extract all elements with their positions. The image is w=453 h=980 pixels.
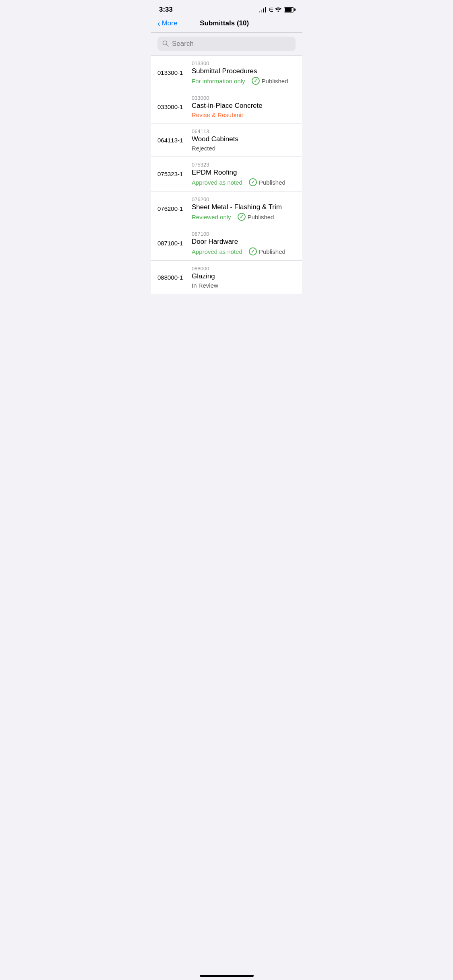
item-content: 088000 Glazing In Review (192, 266, 296, 289)
search-input[interactable] (172, 40, 291, 48)
published-badge: ✓ Published (249, 247, 285, 255)
list-item[interactable]: 087100-1 087100 Door Hardware Approved a… (151, 226, 302, 261)
list-item[interactable]: 064113-1 064113 Wood Cabinets Rejected (151, 124, 302, 157)
signal-icon (259, 7, 266, 12)
item-status-row: Approved as noted ✓ Published (192, 178, 296, 186)
item-number: 013300-1 (157, 69, 192, 76)
item-code: 075323 (192, 162, 296, 168)
check-circle-icon: ✓ (249, 178, 257, 186)
nav-bar: ‹ More Submittals (10) (151, 16, 302, 32)
published-badge: ✓ Published (238, 213, 274, 221)
published-badge: ✓ Published (252, 77, 288, 85)
published-label: Published (262, 78, 288, 84)
item-title: Submittal Procedures (192, 67, 296, 75)
item-title: EPDM Roofing (192, 169, 296, 177)
published-label: Published (248, 214, 274, 220)
item-status-row: In Review (192, 282, 296, 289)
status-icons: ∈ (259, 6, 294, 13)
item-code: 076200 (192, 196, 296, 202)
chevron-left-icon: ‹ (157, 19, 160, 27)
list-item[interactable]: 033000-1 033000 Cast-in-Place Concrete R… (151, 90, 302, 124)
item-number: 088000-1 (157, 274, 192, 281)
published-label: Published (259, 248, 285, 255)
check-circle-icon: ✓ (249, 247, 257, 255)
check-circle-icon: ✓ (252, 77, 260, 85)
item-code: 088000 (192, 266, 296, 272)
list-item[interactable]: 076200-1 076200 Sheet Metal - Flashing &… (151, 191, 302, 226)
item-code: 013300 (192, 60, 296, 66)
status-time: 3:33 (159, 6, 173, 14)
item-status: Reviewed only (192, 214, 231, 220)
item-status-row: Approved as noted ✓ Published (192, 247, 296, 255)
item-title: Cast-in-Place Concrete (192, 102, 296, 110)
item-title: Glazing (192, 272, 296, 280)
published-badge: ✓ Published (249, 178, 285, 186)
svg-line-1 (167, 44, 169, 46)
item-status-row: Revise & Resubmit (192, 111, 296, 118)
item-code: 033000 (192, 95, 296, 101)
item-status: Rejected (192, 145, 215, 152)
item-status-row: Reviewed only ✓ Published (192, 213, 296, 221)
item-content: 076200 Sheet Metal - Flashing & Trim Rev… (192, 196, 296, 221)
back-label: More (162, 19, 178, 27)
search-bar[interactable] (157, 37, 296, 51)
list-item[interactable]: 075323-1 075323 EPDM Roofing Approved as… (151, 157, 302, 191)
item-status-row: Rejected (192, 145, 296, 152)
item-title: Door Hardware (192, 238, 296, 246)
list-item[interactable]: 013300-1 013300 Submittal Procedures For… (151, 56, 302, 90)
item-status: Revise & Resubmit (192, 111, 243, 118)
item-content: 064113 Wood Cabinets Rejected (192, 128, 296, 152)
item-content: 013300 Submittal Procedures For informat… (192, 60, 296, 85)
search-icon (162, 40, 169, 48)
submittals-list: 013300-1 013300 Submittal Procedures For… (151, 56, 302, 294)
item-title: Sheet Metal - Flashing & Trim (192, 203, 296, 211)
item-status: For information only (192, 78, 245, 84)
back-button[interactable]: ‹ More (157, 19, 177, 27)
item-number: 064113-1 (157, 137, 192, 144)
page-title: Submittals (10) (200, 19, 249, 27)
status-bar: 3:33 ∈ (151, 0, 302, 16)
item-code: 087100 (192, 231, 296, 237)
published-label: Published (259, 179, 285, 186)
search-container (151, 33, 302, 55)
item-status-row: For information only ✓ Published (192, 77, 296, 85)
check-circle-icon: ✓ (238, 213, 246, 221)
item-title: Wood Cabinets (192, 135, 296, 143)
item-code: 064113 (192, 128, 296, 134)
item-status: Approved as noted (192, 248, 242, 255)
wifi-icon: ∈ (269, 6, 281, 13)
list-item[interactable]: 088000-1 088000 Glazing In Review (151, 261, 302, 294)
item-content: 087100 Door Hardware Approved as noted ✓… (192, 231, 296, 255)
item-number: 075323-1 (157, 171, 192, 177)
item-content: 033000 Cast-in-Place Concrete Revise & R… (192, 95, 296, 118)
item-status: Approved as noted (192, 179, 242, 186)
item-status: In Review (192, 282, 218, 289)
item-number: 087100-1 (157, 240, 192, 247)
item-content: 075323 EPDM Roofing Approved as noted ✓ … (192, 162, 296, 186)
item-number: 076200-1 (157, 205, 192, 212)
battery-icon (284, 7, 294, 12)
item-number: 033000-1 (157, 103, 192, 110)
